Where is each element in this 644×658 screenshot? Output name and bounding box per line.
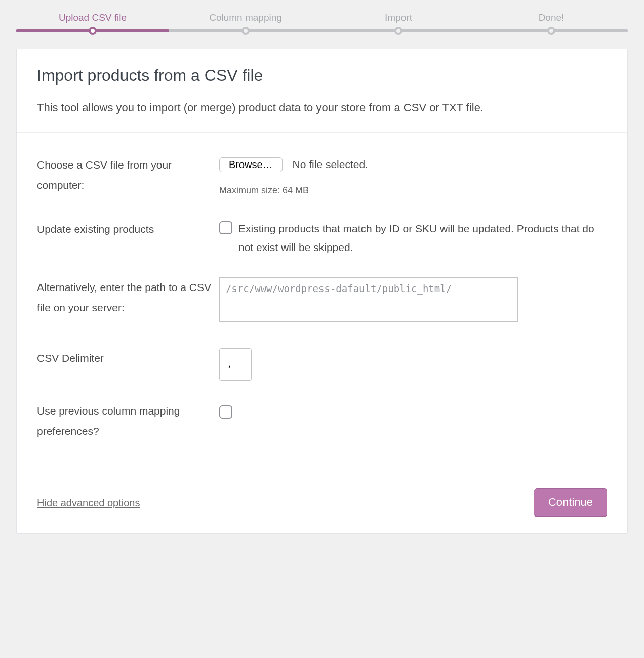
update-existing-desc: Existing products that match by ID or SK… — [238, 219, 607, 258]
delimiter-label: CSV Delimiter — [37, 348, 219, 368]
import-card: Import products from a CSV file This too… — [16, 49, 628, 534]
step-upload: Upload CSV file — [16, 12, 169, 23]
delimiter-input[interactable] — [219, 348, 252, 381]
max-size-hint: Maximum size: 64 MB — [219, 182, 607, 198]
prev-mapping-label: Use previous column mapping preferences? — [37, 401, 219, 441]
page-description: This tool allows you to import (or merge… — [37, 98, 607, 117]
server-path-label: Alternatively, enter the path to a CSV f… — [37, 277, 219, 318]
page-title: Import products from a CSV file — [37, 66, 607, 85]
browse-button[interactable]: Browse… — [219, 157, 283, 172]
step-mapping: Column mapping — [169, 12, 322, 23]
choose-file-label: Choose a CSV file from your computer: — [37, 155, 219, 195]
progress-bar — [16, 29, 628, 32]
step-marker-4 — [547, 27, 555, 35]
step-marker-1 — [89, 27, 97, 35]
wizard-steps: Upload CSV file Column mapping Import Do… — [16, 12, 628, 23]
continue-button[interactable]: Continue — [534, 488, 607, 517]
prev-mapping-checkbox[interactable] — [219, 405, 232, 419]
update-existing-checkbox[interactable] — [219, 221, 232, 234]
step-marker-2 — [242, 27, 250, 35]
update-existing-label: Update existing products — [37, 219, 219, 239]
step-import: Import — [322, 12, 475, 23]
toggle-advanced-link[interactable]: Hide advanced options — [37, 497, 140, 509]
file-status: No file selected. — [293, 158, 368, 170]
step-marker-3 — [394, 27, 402, 35]
server-path-input[interactable] — [219, 277, 518, 322]
step-done: Done! — [475, 12, 628, 23]
